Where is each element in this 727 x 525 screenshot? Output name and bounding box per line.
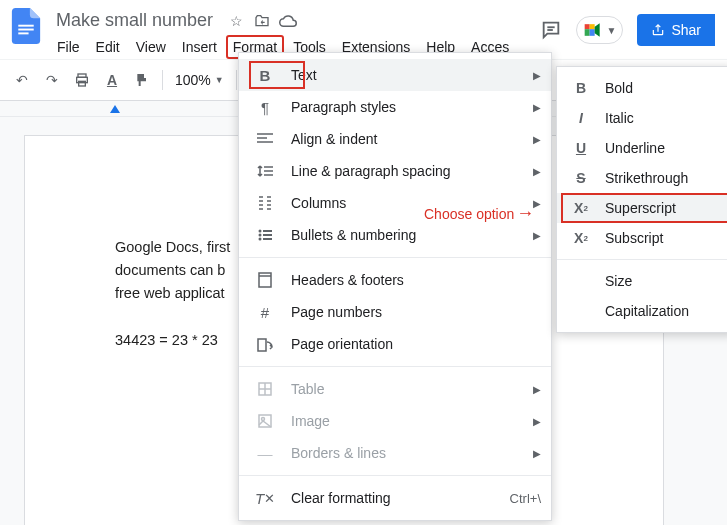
move-icon[interactable] (253, 12, 271, 30)
text-bold[interactable]: B Bold (557, 73, 727, 103)
svg-rect-1 (18, 29, 33, 31)
svg-rect-30 (263, 234, 272, 236)
spellcheck-button[interactable]: A (98, 66, 126, 94)
format-paragraph-styles[interactable]: ¶ Paragraph styles ▶ (239, 91, 551, 123)
doc-title[interactable]: Make small number (50, 8, 219, 33)
line-spacing-icon (255, 161, 275, 181)
format-text[interactable]: B Text ▶ (239, 59, 551, 91)
text-subscript[interactable]: X2 Subscript (557, 223, 727, 253)
star-icon[interactable]: ☆ (227, 12, 245, 30)
svg-rect-2 (18, 32, 28, 34)
format-table: Table ▶ (239, 373, 551, 405)
undo-button[interactable]: ↶ (8, 66, 36, 94)
paint-format-button[interactable] (128, 66, 156, 94)
svg-rect-0 (18, 25, 33, 27)
share-button[interactable]: Shar (637, 14, 715, 46)
cloud-icon[interactable] (279, 12, 297, 30)
format-image: Image ▶ (239, 405, 551, 437)
text-superscript[interactable]: X2 Superscript (557, 193, 727, 223)
orientation-icon (255, 334, 275, 354)
subscript-icon: X2 (571, 230, 591, 246)
table-icon (255, 379, 275, 399)
chevron-right-icon: ▶ (533, 102, 541, 113)
arrow-right-icon: → (516, 203, 534, 224)
svg-rect-34 (258, 339, 266, 351)
superscript-icon: X2 (571, 200, 591, 216)
menu-edit[interactable]: Edit (89, 35, 127, 59)
chevron-right-icon: ▶ (533, 416, 541, 427)
bold-icon: B (571, 80, 591, 96)
columns-icon (255, 193, 275, 213)
svg-rect-29 (263, 230, 272, 232)
svg-rect-31 (263, 238, 272, 240)
hash-icon: # (255, 302, 275, 322)
image-icon (255, 411, 275, 431)
text-submenu: B Bold I Italic U Underline S Strikethro… (556, 66, 727, 333)
chevron-right-icon: ▶ (533, 134, 541, 145)
bullets-icon (255, 225, 275, 245)
format-headers-footers[interactable]: Headers & footers (239, 264, 551, 296)
chevron-right-icon: ▶ (533, 70, 541, 81)
svg-rect-7 (584, 29, 589, 36)
paragraph-icon: ¶ (255, 97, 275, 117)
text-capitalization[interactable]: Capitalization (557, 296, 727, 326)
svg-point-28 (259, 238, 262, 241)
svg-rect-8 (589, 29, 594, 36)
svg-rect-5 (584, 24, 589, 29)
menu-view[interactable]: View (129, 35, 173, 59)
svg-point-26 (259, 230, 262, 233)
svg-point-39 (262, 418, 265, 421)
bold-icon: B (255, 65, 275, 85)
format-dropdown: B Text ▶ ¶ Paragraph styles ▶ Align & in… (238, 52, 552, 521)
meet-button[interactable]: ▼ (576, 16, 624, 44)
svg-point-27 (259, 234, 262, 237)
menu-insert[interactable]: Insert (175, 35, 224, 59)
format-align-indent[interactable]: Align & indent ▶ (239, 123, 551, 155)
chevron-right-icon: ▶ (533, 230, 541, 241)
docs-logo[interactable] (8, 8, 44, 44)
format-clear-formatting[interactable]: T✕ Clear formatting Ctrl+\ (239, 482, 551, 514)
align-icon (255, 129, 275, 149)
shortcut-label: Ctrl+\ (510, 491, 541, 506)
text-italic[interactable]: I Italic (557, 103, 727, 133)
underline-icon: U (571, 140, 591, 156)
comments-icon[interactable] (540, 19, 562, 41)
menu-file[interactable]: File (50, 35, 87, 59)
format-page-numbers[interactable]: # Page numbers (239, 296, 551, 328)
headers-icon (255, 270, 275, 290)
chevron-right-icon: ▶ (533, 384, 541, 395)
format-line-spacing[interactable]: Line & paragraph spacing ▶ (239, 155, 551, 187)
chevron-right-icon: ▶ (533, 166, 541, 177)
text-underline[interactable]: U Underline (557, 133, 727, 163)
annotation-label: Choose option→ (424, 203, 534, 224)
svg-rect-6 (589, 24, 594, 29)
borders-icon: — (255, 443, 275, 463)
zoom-select[interactable]: 100%▼ (169, 72, 230, 88)
text-strikethrough[interactable]: S Strikethrough (557, 163, 727, 193)
print-button[interactable] (68, 66, 96, 94)
strikethrough-icon: S (571, 170, 591, 186)
chevron-right-icon: ▶ (533, 448, 541, 459)
text-size[interactable]: Size (557, 266, 727, 296)
format-borders-lines: — Borders & lines ▶ (239, 437, 551, 469)
clear-format-icon: T✕ (255, 488, 275, 508)
svg-rect-32 (259, 273, 271, 287)
italic-icon: I (571, 110, 591, 126)
format-page-orientation[interactable]: Page orientation (239, 328, 551, 360)
redo-button[interactable]: ↷ (38, 66, 66, 94)
